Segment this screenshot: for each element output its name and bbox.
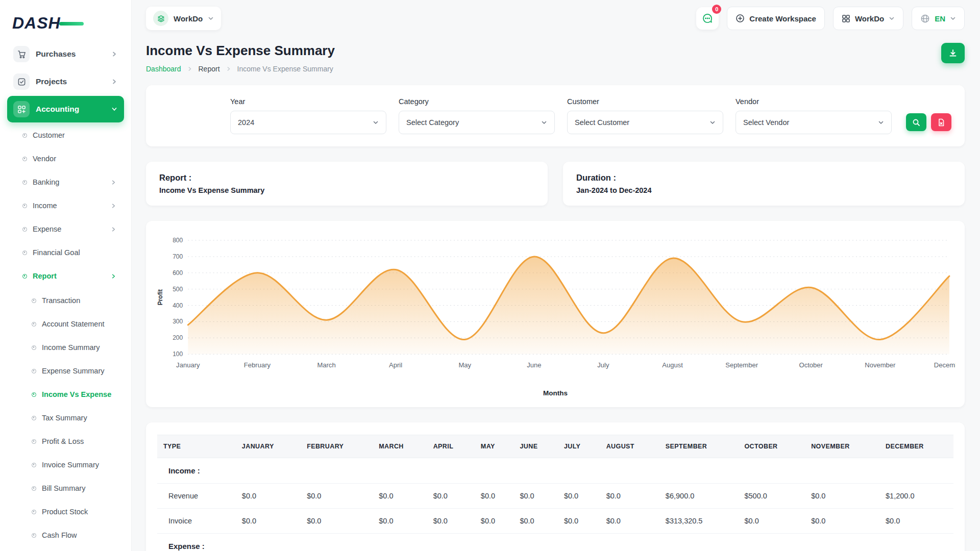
cart-icon [13, 46, 30, 62]
bullet-icon [32, 463, 36, 467]
sidebar-subitem[interactable]: Profit & Loss [7, 430, 124, 453]
svg-text:May: May [458, 361, 471, 369]
bullet-icon [22, 204, 27, 208]
table-cell [600, 533, 659, 551]
table-cell [659, 533, 739, 551]
messages-button[interactable]: 0 [696, 7, 719, 30]
sidebar-subitem[interactable]: Bill Summary [7, 477, 124, 500]
download-button[interactable] [941, 43, 965, 63]
sidebar-subitem[interactable]: Customer [7, 123, 124, 147]
filter-actions [906, 113, 951, 131]
reset-filter-button[interactable] [931, 113, 951, 131]
table-cell: $0.0 [236, 483, 301, 508]
table-cell: $0.0 [373, 483, 427, 508]
sidebar-subitem[interactable]: Tax Summary [7, 406, 124, 430]
sidebar-subitem[interactable]: Income Vs Expense [7, 383, 124, 406]
sidebar-item-accounting[interactable]: Accounting [7, 96, 124, 122]
filter-label: Vendor [736, 97, 892, 106]
sidebar-subitem[interactable]: Product Stock [7, 500, 124, 523]
chevron-right-icon [110, 226, 117, 233]
year-select[interactable]: 2024 [230, 111, 386, 134]
chevron-down-icon [541, 119, 547, 126]
table-cell: $0.0 [600, 508, 659, 533]
sidebar-item-label: Purchases [36, 49, 76, 59]
filter-field-vendor: Vendor Select Vendor [736, 97, 892, 134]
table-cell [427, 533, 475, 551]
report-table-body: Income :Revenue$0.0$0.0$0.0$0.0$0.0$0.0$… [157, 458, 953, 551]
svg-text:600: 600 [173, 269, 183, 277]
create-workspace-button[interactable]: Create Workspace [727, 7, 825, 30]
sidebar-item-purchases[interactable]: Purchases [7, 41, 124, 67]
breadcrumb-link-dashboard[interactable]: Dashboard [146, 65, 181, 73]
accounting-submenu: Customer Vendor Banking [7, 123, 124, 288]
sidebar-subitem[interactable]: Income [7, 194, 124, 217]
sidebar-subitem[interactable]: Financial Goal [7, 241, 124, 264]
sidebar-subitem[interactable]: Transaction [7, 289, 124, 312]
table-cell: $313,320.5 [659, 508, 739, 533]
table-cell [301, 458, 373, 483]
chevron-right-icon [111, 78, 118, 85]
sidebar-subitem[interactable]: Income Summary [7, 336, 124, 359]
sidebar-subitem[interactable]: Report [7, 264, 124, 288]
workspace-switcher[interactable]: WorkDo [146, 7, 221, 30]
table-section-row: Expense : [157, 533, 953, 551]
category-select-value: Select Category [406, 118, 459, 127]
table-row: Revenue$0.0$0.0$0.0$0.0$0.0$0.0$0.0$0.0$… [157, 483, 953, 508]
sidebar-subitem[interactable]: Cash Flow [7, 523, 124, 547]
vendor-select-value: Select Vendor [743, 118, 789, 127]
workspace-menu-button[interactable]: WorkDo [833, 7, 903, 30]
duration-card-title: Duration : [576, 173, 951, 183]
category-select[interactable]: Select Category [399, 111, 555, 134]
report-summary-card: Report : Income Vs Expense Summary [146, 162, 548, 206]
apply-filter-button[interactable] [906, 113, 926, 131]
bullet-icon [22, 251, 27, 255]
sidebar-subitem[interactable]: Banking [7, 170, 124, 194]
breadcrumb-link-report[interactable]: Report [199, 65, 220, 73]
plus-circle-icon [736, 14, 745, 23]
topbar-actions: 0 Create Workspace WorkDo [696, 7, 965, 30]
chevron-down-icon [709, 119, 716, 126]
svg-text:Profit: Profit [157, 289, 164, 305]
table-cell [600, 458, 659, 483]
bullet-icon [22, 274, 27, 279]
svg-text:January: January [176, 361, 200, 369]
duration-summary-card: Duration : Jan-2024 to Dec-2024 [563, 162, 965, 206]
vendor-select[interactable]: Select Vendor [736, 111, 892, 134]
table-cell: $0.0 [301, 483, 373, 508]
sidebar-item-projects[interactable]: Projects [7, 68, 124, 95]
svg-text:November: November [865, 361, 896, 369]
bullet-icon [32, 369, 36, 373]
chevron-right-icon [187, 66, 193, 72]
report-table: TYPEJANUARYFEBRUARYMARCHAPRILMAYJUNEJULY… [157, 435, 953, 551]
table-cell-type: Expense : [157, 533, 236, 551]
sidebar-subitem-label: Transaction [42, 296, 80, 305]
sidebar-subitem[interactable]: Invoice Summary [7, 453, 124, 477]
sidebar-subitem[interactable]: Expense [7, 217, 124, 241]
table-header-cell: JUNE [513, 435, 557, 458]
table-cell [738, 458, 805, 483]
table-cell-type: Revenue [157, 483, 236, 508]
table-cell [236, 458, 301, 483]
page-title: Income Vs Expense Summary [146, 43, 335, 59]
table-cell [805, 458, 879, 483]
chevron-down-icon [878, 119, 884, 126]
table-cell [879, 533, 953, 551]
sidebar-subitem[interactable]: Account Statement [7, 312, 124, 336]
table-header-cell: MARCH [373, 435, 427, 458]
filter-label: Customer [567, 97, 723, 106]
brand-logo[interactable]: DASH [7, 9, 124, 37]
svg-text:March: March [317, 361, 335, 369]
sidebar-subitem[interactable]: Expense Summary [7, 359, 124, 383]
table-cell: $500.0 [738, 483, 805, 508]
report-card-title: Report : [159, 173, 534, 183]
sidebar-subitem[interactable]: Vendor [7, 147, 124, 170]
table-cell [879, 458, 953, 483]
chevron-right-icon [110, 203, 117, 209]
filter-field-customer: Customer Select Customer [567, 97, 723, 134]
workspace-menu-label: WorkDo [855, 14, 884, 23]
bullet-icon [32, 392, 36, 397]
chevron-down-icon [111, 106, 118, 113]
language-button[interactable]: EN [912, 7, 965, 30]
table-header-cell: OCTOBER [738, 435, 805, 458]
customer-select[interactable]: Select Customer [567, 111, 723, 134]
